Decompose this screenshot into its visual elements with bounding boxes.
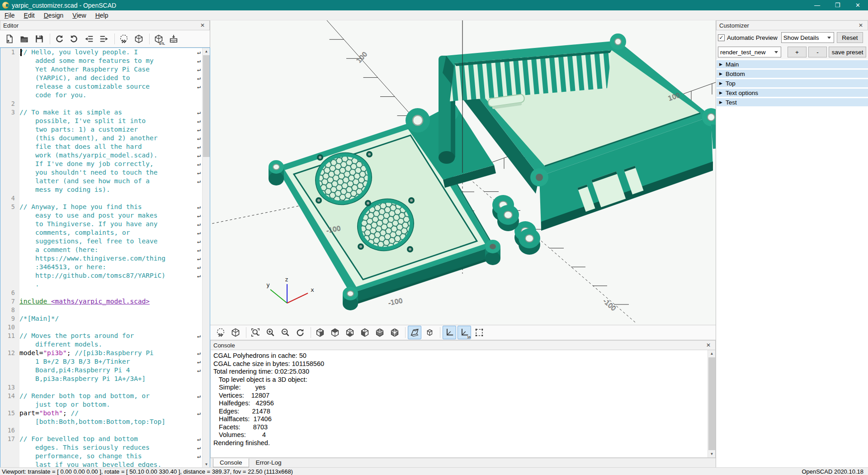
unindent-button[interactable] — [82, 32, 96, 46]
code-row[interactable]: 13 — [0, 383, 202, 392]
code-row[interactable]: :3464513, or here:↵ — [0, 263, 202, 271]
code-row[interactable]: different models. — [0, 340, 202, 349]
code-text-area[interactable]: 1// Hello, you lovely people. I↵ added s… — [0, 48, 202, 468]
editor-scrollbar[interactable]: ▲ ▼ — [202, 48, 210, 468]
code-row[interactable]: mess my coding is). — [0, 185, 202, 194]
add-preset-button[interactable]: + — [788, 47, 806, 57]
customizer-close-icon[interactable]: ✕ — [857, 22, 865, 28]
code-row[interactable]: . — [0, 280, 202, 289]
scroll-down-icon[interactable]: ▼ — [708, 451, 716, 457]
code-row[interactable]: 12model="pi3b"; //[pi3b:Raspberry Pi↵ — [0, 349, 202, 357]
expand-arrow-icon[interactable]: ▶ — [719, 90, 722, 95]
view-top-button[interactable] — [328, 326, 342, 339]
code-row[interactable]: 11// Moves the ports around for↵ — [0, 332, 202, 340]
code-row[interactable]: two parts: 1) a customizer↵ — [0, 125, 202, 134]
code-row[interactable]: 9/*[Main]*/ — [0, 314, 202, 323]
automatic-preview-checkbox[interactable]: ✓ — [718, 34, 725, 41]
code-row[interactable]: a comment (here:↵ — [0, 246, 202, 254]
code-row[interactable]: (YARPiC), and decided to↵ — [0, 74, 202, 82]
view-back-button[interactable] — [388, 326, 401, 339]
code-editor[interactable]: 1// Hello, you lovely people. I↵ added s… — [0, 48, 210, 468]
maximize-button[interactable]: ❐ — [827, 0, 848, 10]
view-left-button[interactable] — [358, 326, 372, 339]
render-button[interactable] — [229, 326, 242, 339]
code-row[interactable]: performance, so change this↵ — [0, 452, 202, 461]
code-row[interactable]: 5// Anyway, I hope you find this↵ — [0, 203, 202, 211]
code-row[interactable]: last if you want bevelled edges. — [0, 461, 202, 468]
zoom-all-button[interactable] — [249, 326, 262, 339]
code-row[interactable]: release a customizable source↵ — [0, 82, 202, 91]
redo-button[interactable] — [67, 32, 81, 46]
menu-edit[interactable]: Edit — [19, 10, 39, 20]
perspective-button[interactable] — [408, 326, 421, 339]
tab-error-log[interactable]: Error-Log — [249, 458, 288, 467]
tab-console[interactable]: Console — [213, 458, 249, 467]
code-row[interactable]: 10 — [0, 323, 202, 332]
3d-viewport[interactable]: 100 100 -100 -100 -100 z y x — [210, 20, 716, 325]
code-row[interactable]: 8 — [0, 306, 202, 314]
code-row[interactable]: possible, I've split it into↵ — [0, 117, 202, 125]
show-axes-button[interactable] — [443, 326, 456, 339]
console-close-icon[interactable]: ✕ — [704, 342, 712, 348]
code-row[interactable]: added some more features to my↵ — [0, 57, 202, 65]
code-row[interactable]: latter (and see how much of a↵ — [0, 177, 202, 185]
code-row[interactable]: [both:Both,bottom:Bottom,top:Top] — [0, 418, 202, 426]
remove-preset-button[interactable]: - — [808, 47, 827, 57]
code-row[interactable]: Board,pi4:Raspberry Pi 4↵ — [0, 366, 202, 375]
console-scrollbar[interactable]: ▲ ▼ — [708, 350, 715, 457]
expand-arrow-icon[interactable]: ▶ — [719, 100, 722, 104]
code-row[interactable]: 1 B+/2 B/3 B/3 B+/Tinker↵ — [0, 357, 202, 366]
code-row[interactable]: http://github.com/tomsc87/YARPiC)↵ — [0, 271, 202, 280]
code-row[interactable]: If I've done my job correctly,↵ — [0, 160, 202, 168]
render-button[interactable] — [132, 32, 146, 46]
save-button[interactable] — [33, 32, 46, 46]
menu-view[interactable]: View — [68, 10, 90, 20]
tree-group-text-options[interactable]: ▶Text options — [717, 89, 868, 97]
expand-arrow-icon[interactable]: ▶ — [719, 71, 722, 76]
view-bottom-button[interactable] — [343, 326, 357, 339]
code-row[interactable]: 1// Hello, you lovely people. I↵ — [0, 48, 202, 57]
close-button[interactable]: ✕ — [848, 0, 868, 10]
code-row[interactable]: 7include <maths/yarpic_model.scad> — [0, 297, 202, 306]
code-row[interactable]: file that does all the hard↵ — [0, 142, 202, 151]
menu-help[interactable]: Help — [91, 10, 113, 20]
preview-button[interactable] — [214, 326, 227, 339]
tree-group-test[interactable]: ▶Test — [717, 98, 868, 106]
open-file-button[interactable] — [18, 32, 31, 46]
code-row[interactable]: to Thingiverse. If you have any↵ — [0, 220, 202, 228]
code-row[interactable]: 17// For bevelled top and bottom↵ — [0, 435, 202, 443]
export-stl-button[interactable]: STL — [152, 32, 165, 46]
scroll-up-icon[interactable]: ▲ — [203, 48, 210, 55]
code-row[interactable]: easy to use and post your makes↵ — [0, 211, 202, 220]
new-file-button[interactable] — [3, 32, 16, 46]
orthogonal-button[interactable] — [423, 326, 436, 339]
code-row[interactable]: 15part="both"; //↵ — [0, 409, 202, 418]
scroll-down-icon[interactable]: ▼ — [203, 461, 210, 468]
code-row[interactable]: 14// Render both top and bottom, or↵ — [0, 392, 202, 400]
code-row[interactable]: just top or bottom. — [0, 400, 202, 409]
code-row[interactable]: edges. This seriously reduces↵ — [0, 443, 202, 452]
code-row[interactable]: https://www.thingiverse.com/thing↵ — [0, 254, 202, 263]
save-preset-button[interactable]: save preset — [829, 47, 866, 57]
tree-group-top[interactable]: ▶Top — [717, 79, 868, 87]
editor-close-icon[interactable]: ✕ — [198, 22, 207, 28]
tree-group-main[interactable]: ▶Main — [717, 60, 868, 68]
show-scale-markers-button[interactable]: 10 — [458, 326, 471, 339]
zoom-out-button[interactable] — [278, 326, 292, 339]
code-row[interactable]: (this document), and 2) another↵ — [0, 134, 202, 142]
code-row[interactable]: Yet Another Raspberry Pi Case↵ — [0, 65, 202, 74]
console-scrollbar-thumb[interactable] — [708, 357, 715, 450]
preset-dropdown[interactable]: render_test_new — [718, 47, 781, 57]
code-row[interactable]: you shouldn't need to touch the↵ — [0, 168, 202, 177]
code-row[interactable]: 2 — [0, 100, 202, 108]
undo-button[interactable] — [52, 32, 66, 46]
print-button[interactable] — [167, 32, 180, 46]
tree-group-bottom[interactable]: ▶Bottom — [717, 70, 868, 78]
zoom-in-button[interactable] — [264, 326, 277, 339]
editor-scrollbar-thumb[interactable] — [203, 55, 210, 157]
preview-button[interactable] — [117, 32, 131, 46]
code-row[interactable]: suggestions, feel free to leave↵ — [0, 237, 202, 246]
reset-button[interactable]: Reset — [837, 32, 863, 43]
scroll-up-icon[interactable]: ▲ — [708, 350, 716, 357]
indent-button[interactable] — [97, 32, 111, 46]
